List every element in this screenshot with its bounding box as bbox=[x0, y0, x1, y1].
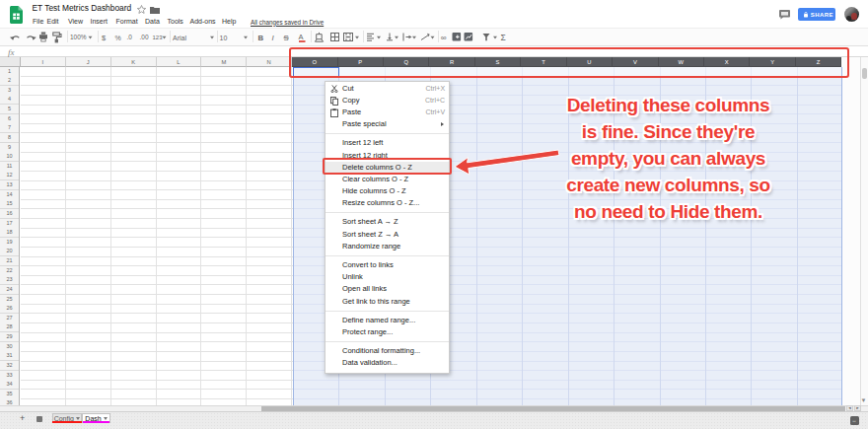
svg-text:100%: 100% bbox=[70, 34, 87, 40]
svg-text:A: A bbox=[299, 33, 304, 41]
svg-text:$: $ bbox=[102, 34, 107, 42]
svg-text:.0: .0 bbox=[127, 34, 133, 40]
svg-text:I: I bbox=[272, 34, 275, 42]
svg-text:B: B bbox=[258, 34, 264, 42]
svg-text:S: S bbox=[284, 34, 289, 42]
svg-text:123: 123 bbox=[153, 35, 164, 40]
svg-text:10: 10 bbox=[220, 35, 228, 41]
svg-text:.00: .00 bbox=[140, 34, 149, 40]
svg-text:Σ: Σ bbox=[501, 33, 506, 42]
svg-text:Arial: Arial bbox=[173, 35, 186, 41]
svg-text:∞: ∞ bbox=[441, 34, 447, 42]
svg-text:%: % bbox=[115, 35, 121, 41]
